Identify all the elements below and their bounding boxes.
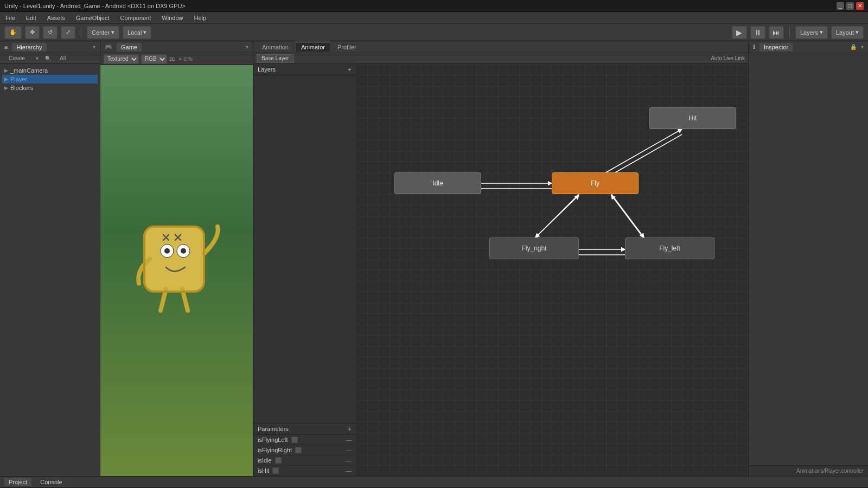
param-minus-1[interactable]: — <box>346 447 352 453</box>
hierarchy-all-btn[interactable]: All <box>55 54 70 62</box>
inspector-lock-icon[interactable]: 🔒 <box>850 44 857 50</box>
param-row-3: isHit — <box>253 466 356 476</box>
project-tab[interactable]: Project <box>4 478 31 486</box>
title-text: Unity - Level1.unity - Android_Game - An… <box>4 3 186 9</box>
menu-gameobject[interactable]: GameObject <box>74 14 112 22</box>
textured-select[interactable]: Textured <box>104 54 139 64</box>
animator-tab[interactable]: Animator <box>295 42 331 52</box>
hierarchy-item-blockers[interactable]: ▶ Blockers <box>2 84 98 92</box>
menu-window[interactable]: Window <box>159 14 185 22</box>
state-hit[interactable]: Hit <box>649 107 736 129</box>
hierarchy-create-btn[interactable]: Create <box>4 54 29 62</box>
toolbar-hand-tool[interactable]: ✋ <box>4 26 22 39</box>
layers-dropdown[interactable]: Layers ▾ <box>795 26 828 39</box>
param-label-1: isFlyingRight <box>258 447 292 453</box>
twod-btn[interactable]: 2D <box>169 56 176 62</box>
param-minus-0[interactable]: — <box>346 436 352 443</box>
toolbar-right: ▶ ⏸ ⏭ Layers ▾ Layout ▾ <box>732 26 864 39</box>
toolbar-sep-1 <box>81 27 81 38</box>
game-tab[interactable]: Game <box>117 43 142 52</box>
state-idle-label: Idle <box>432 179 443 187</box>
hierarchy-item-player[interactable]: ▶ Player <box>2 75 98 84</box>
local-label: Local <box>127 29 142 36</box>
state-idle[interactable]: Idle <box>394 172 481 194</box>
pause-button[interactable]: ⏸ <box>750 26 765 39</box>
inspector-tab[interactable]: Inspector <box>760 43 793 52</box>
filepath-text: Animations/Player.controller <box>796 468 864 474</box>
toolbar-rotate-tool[interactable]: ↺ <box>43 26 58 39</box>
layers-label: Layers <box>258 66 276 73</box>
toolbar-sep-2 <box>789 27 790 38</box>
state-fly-label: Fly <box>591 179 599 187</box>
layout-dropdown[interactable]: Layout ▾ <box>831 26 864 39</box>
svg-point-6 <box>181 248 186 254</box>
game-viewport[interactable] <box>100 65 253 476</box>
base-layer-btn[interactable]: Base Layer <box>257 54 294 63</box>
chevron-down-icon-2: ▾ <box>143 29 146 36</box>
bottom-tabs-bar: Project Console <box>0 476 868 488</box>
maximize-button[interactable]: □ <box>846 2 854 10</box>
toast-svg <box>133 205 220 313</box>
toolbar-scale-tool[interactable]: ⤢ <box>61 26 75 39</box>
svg-line-18 <box>611 194 644 237</box>
local-button[interactable]: Local ▾ <box>123 26 151 39</box>
menu-help[interactable]: Help <box>192 14 208 22</box>
hierarchy-toolbar: Create ▾ 🔍 All <box>0 53 100 64</box>
game-options[interactable]: ▾ <box>246 44 248 50</box>
hierarchy-options[interactable]: ▾ <box>93 44 95 50</box>
svg-line-14 <box>606 129 682 172</box>
center-label: Center <box>92 29 110 36</box>
inspector-panel: ℹ Inspector 🔒 ▾ Animations/Player.contro… <box>749 41 868 476</box>
step-button[interactable]: ⏭ <box>769 26 784 39</box>
animator-tabs: Animation Animator Profiler <box>253 41 748 53</box>
parameters-label: Parameters <box>258 426 289 432</box>
menu-component[interactable]: Component <box>118 14 153 22</box>
center-button[interactable]: Center ▾ <box>87 26 119 39</box>
expand-arrow: ▶ <box>4 68 8 73</box>
layers-sidebar: Layers + Parameters + isFlyingLeft — <box>253 64 356 476</box>
state-fly-right[interactable]: Fly_right <box>489 237 579 259</box>
menu-assets[interactable]: Assets <box>45 14 67 22</box>
menu-file[interactable]: File <box>3 14 17 22</box>
animator-graph[interactable]: Idle Fly Hit Fly_right Fly_left <box>356 64 748 476</box>
hierarchy-tab[interactable]: Hierarchy <box>12 43 46 52</box>
filepath-bar: Animations/Player.controller <box>749 465 868 476</box>
console-tab[interactable]: Console <box>36 478 66 486</box>
animation-tab[interactable]: Animation <box>257 43 294 52</box>
menu-edit[interactable]: Edit <box>24 14 39 22</box>
game-header: 🎮 Game ▾ <box>100 41 253 53</box>
param-minus-2[interactable]: — <box>346 457 352 464</box>
auto-live-link[interactable]: Auto Live Link <box>711 55 745 61</box>
blockers-label: Blockers <box>10 85 33 91</box>
param-checkbox-1[interactable] <box>295 447 302 453</box>
toolbar-move-tool[interactable]: ✥ <box>25 26 40 39</box>
layers-add-button[interactable]: + <box>348 66 352 73</box>
profiler-tab[interactable]: Profiler <box>332 43 362 52</box>
state-fly-left[interactable]: Fly_left <box>625 237 714 259</box>
chevron-down-icon: ▾ <box>111 29 114 36</box>
inspector-options[interactable]: ▾ <box>861 44 864 50</box>
hierarchy-item-maincamera[interactable]: ▶ _mainCamera <box>2 66 98 75</box>
close-button[interactable]: ✕ <box>856 2 864 10</box>
param-minus-3[interactable]: — <box>346 467 352 474</box>
param-checkbox-3[interactable] <box>272 467 279 474</box>
svg-line-16 <box>535 194 579 237</box>
rgb-select[interactable]: RGB <box>141 54 167 64</box>
parameters-section: Parameters + isFlyingLeft — isFlyingRigh… <box>253 423 356 476</box>
player-label: Player <box>10 76 27 82</box>
play-button[interactable]: ▶ <box>732 26 747 39</box>
maincamera-label: _mainCamera <box>10 67 48 74</box>
hierarchy-content: ▶ _mainCamera ▶ Player ▶ Blockers <box>0 64 100 476</box>
svg-line-19 <box>611 195 644 239</box>
effects-label: Effe <box>184 56 193 62</box>
expand-arrow-3: ▶ <box>4 85 8 91</box>
state-fly[interactable]: Fly <box>552 172 639 194</box>
hierarchy-icon: ≡ <box>4 44 8 50</box>
param-checkbox-2[interactable] <box>275 457 282 464</box>
svg-point-5 <box>164 248 170 254</box>
minimize-button[interactable]: _ <box>837 2 844 10</box>
param-checkbox-0[interactable] <box>291 436 298 443</box>
parameters-add-button[interactable]: + <box>348 426 352 432</box>
hierarchy-search-icon: 🔍 <box>45 56 51 61</box>
layers-content <box>253 75 356 423</box>
